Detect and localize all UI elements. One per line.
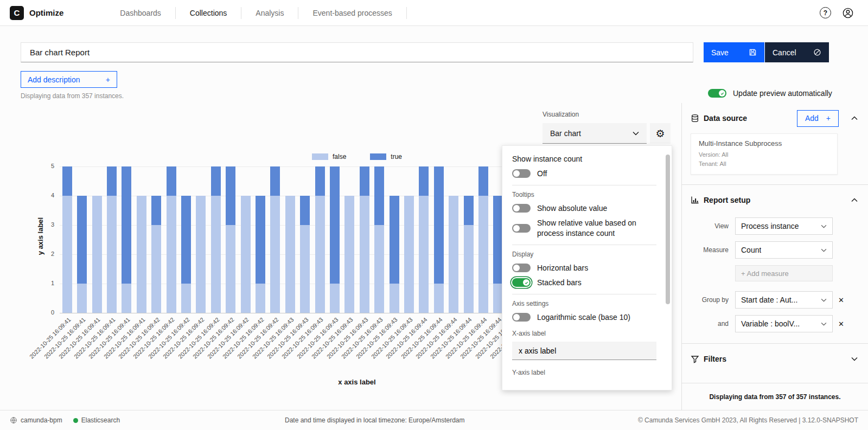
- x-axis-label-input[interactable]: [512, 342, 656, 360]
- report-name-input[interactable]: [21, 42, 693, 62]
- top-nav: C Optimize Dashboards Collections Analys…: [0, 0, 868, 26]
- connection-icon: [10, 416, 17, 424]
- absolute-value-toggle[interactable]: [512, 204, 531, 213]
- bar-segment-true: [167, 166, 176, 196]
- stacked-bar: [360, 166, 369, 313]
- show-instance-count-toggle[interactable]: [512, 169, 531, 178]
- stacked-bar: [77, 196, 87, 313]
- filters-header: Filters: [691, 350, 859, 368]
- bar-segment-false: [360, 196, 369, 313]
- timezone-note: Date and time displayed in local timezon…: [285, 416, 465, 424]
- popover-content: Show instance count Off Tooltips Show ab…: [502, 146, 672, 376]
- auto-preview-row: Update preview automatically: [708, 89, 832, 98]
- stacked-bars-toggle[interactable]: [512, 278, 531, 287]
- expand-filters-icon[interactable]: [850, 354, 859, 364]
- save-button[interactable]: Save: [704, 42, 764, 62]
- collapse-data-source-icon[interactable]: [850, 113, 859, 123]
- measure-dropdown[interactable]: Count: [735, 241, 833, 259]
- stacked-bar: [196, 196, 206, 313]
- help-icon[interactable]: ?: [820, 7, 831, 18]
- show-instance-count-title: Show instance count: [512, 155, 656, 163]
- group-by-row: Group by Start date : Aut... ✕: [691, 291, 859, 309]
- data-source-header: Data source Add +: [691, 110, 859, 127]
- horizontal-bars-toggle[interactable]: [512, 264, 531, 272]
- remove-group-by-button[interactable]: ✕: [838, 296, 844, 304]
- view-dropdown[interactable]: Process instance: [735, 217, 833, 235]
- bar-segment-true: [77, 196, 87, 284]
- display-heading: Display: [512, 251, 656, 258]
- process-name: Multi-Instance Subprocess: [699, 139, 829, 147]
- bar-segment-false: [62, 196, 72, 313]
- y-axis-title: y axis label: [36, 217, 44, 256]
- collapse-report-setup-icon[interactable]: [850, 195, 859, 205]
- cancel-icon: [813, 48, 821, 56]
- bar-slot: [417, 166, 431, 313]
- stacked-bar: [449, 196, 458, 313]
- add-label: Add: [805, 114, 819, 123]
- configuration-sidebar: Data source Add + Multi-Instance Subproc…: [681, 103, 868, 410]
- main-nav: Dashboards Collections Analysis Event-ba…: [106, 0, 406, 25]
- user-icon[interactable]: [842, 7, 854, 19]
- bar-slot: [223, 166, 238, 313]
- filters-section: Filters: [682, 344, 868, 368]
- add-description-button[interactable]: Add description +: [21, 71, 117, 88]
- process-tenant: Tenant: All: [699, 159, 829, 169]
- bar-segment-false: [419, 196, 429, 313]
- data-source-card[interactable]: Multi-Instance Subprocess Version: All T…: [691, 133, 838, 175]
- bar-slot: [253, 196, 267, 313]
- elasticsearch-label: Elasticsearch: [81, 416, 120, 424]
- stacked-bar: [137, 196, 146, 313]
- relative-value-toggle[interactable]: [512, 224, 531, 233]
- bar-segment-false: [77, 284, 87, 313]
- toggle-knob: [513, 170, 520, 177]
- stacked-bars-row: Stacked bars: [512, 278, 656, 287]
- stacked-bar: [241, 196, 251, 313]
- bar-segment-false: [300, 225, 310, 313]
- stacked-bar: [226, 166, 235, 313]
- log-scale-row: Logarithmic scale (base 10): [512, 312, 656, 322]
- cancel-button[interactable]: Cancel: [765, 42, 829, 62]
- nav-item-event-processes[interactable]: Event-based processes: [298, 9, 406, 17]
- toggle-knob: [513, 314, 520, 320]
- add-measure-button[interactable]: + Add measure: [735, 265, 833, 281]
- bar-segment-false: [374, 225, 384, 313]
- y-tick-label: 5: [51, 163, 54, 169]
- bar-segment-false: [478, 196, 488, 313]
- instances-note: Displaying data from 357 instances.: [21, 92, 124, 100]
- toggle-knob: [719, 90, 725, 97]
- y-tick-label: 3: [51, 221, 54, 228]
- bar-slot: [194, 196, 208, 313]
- stacked-bar: [374, 166, 384, 313]
- stacked-bar: [315, 166, 325, 313]
- bar-slot: [104, 166, 119, 313]
- nav-item-collections[interactable]: Collections: [176, 9, 241, 17]
- remove-and-group-button[interactable]: ✕: [838, 320, 844, 328]
- nav-item-analysis[interactable]: Analysis: [241, 9, 298, 17]
- auto-preview-toggle[interactable]: [708, 89, 726, 98]
- legend-swatch: [370, 153, 386, 160]
- add-data-source-button[interactable]: Add +: [797, 110, 839, 127]
- group-by-label: Group by: [691, 296, 729, 304]
- stacked-bar: [270, 166, 280, 313]
- legend-item: false: [312, 153, 346, 161]
- and-group-dropdown[interactable]: Variable : boolV...: [735, 315, 833, 332]
- log-scale-toggle[interactable]: [512, 313, 531, 322]
- nav-item-dashboards[interactable]: Dashboards: [106, 9, 175, 17]
- tooltips-heading: Tooltips: [512, 191, 656, 198]
- bar-slot: [461, 196, 476, 313]
- popover-scrollbar[interactable]: [666, 155, 670, 304]
- chart-settings-popover: Show instance count Off Tooltips Show ab…: [502, 145, 672, 390]
- y-tick-label: 4: [51, 192, 54, 198]
- divider: [512, 185, 656, 185]
- measure-row: Measure Count: [691, 241, 859, 259]
- copyright-note: © Camunda Services GmbH 2023, All Rights…: [638, 416, 858, 424]
- bar-segment-false: [404, 196, 414, 313]
- group-by-value: Start date : Aut...: [741, 296, 797, 304]
- bar-slot: [312, 166, 327, 313]
- group-by-dropdown[interactable]: Start date : Aut...: [735, 291, 833, 309]
- x-axis-label-heading: X-axis label: [512, 330, 656, 337]
- bar-segment-true: [151, 196, 161, 225]
- data-source-section: Data source Add + Multi-Instance Subproc…: [682, 103, 868, 175]
- bar-segment-false: [226, 225, 235, 313]
- bar-segment-false: [241, 196, 251, 313]
